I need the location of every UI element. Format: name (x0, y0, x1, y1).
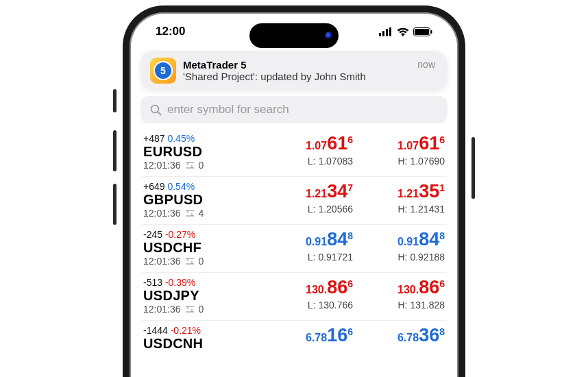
change-points: +649 (143, 181, 165, 192)
high-value: H: 0.92188 (373, 252, 445, 263)
spread-icon (185, 306, 195, 313)
volume-down-button (113, 184, 117, 225)
dynamic-island (249, 23, 339, 48)
change-percent: 0.45% (167, 133, 195, 144)
quotes-list: +487 0.45%EURUSD12:01:3601.07616L: 1.070… (132, 129, 456, 357)
spread-value: 0 (199, 304, 204, 315)
quote-time: 12:01:36 (143, 304, 181, 315)
symbol-row[interactable]: +649 0.54%GBPUSD12:01:3641.21347L: 1.205… (142, 177, 446, 225)
ask-price: 130.866 (373, 277, 445, 298)
notification-banner[interactable]: 5 MetaTrader 5 'Shared Project': updated… (140, 51, 448, 90)
symbol-name: GBPUSD (143, 192, 246, 208)
volume-switch (113, 89, 117, 112)
symbol-meta: 12:01:364 (143, 208, 246, 219)
power-button (471, 137, 475, 199)
search-icon (150, 104, 162, 116)
high-value: H: 131.828 (373, 300, 445, 311)
symbol-name: USDCNH (143, 336, 246, 352)
app-icon-badge: 5 (154, 61, 173, 80)
status-icons (379, 27, 432, 36)
change-percent: -0.21% (171, 325, 201, 336)
spread-icon (185, 210, 195, 217)
high-value: H: 1.21431 (373, 204, 445, 215)
symbol-row[interactable]: -513 -0.39%USDJPY12:01:360130.866L: 130.… (142, 273, 446, 321)
spread-value: 4 (199, 208, 204, 219)
symbol-meta: 12:01:360 (143, 256, 246, 267)
search-input[interactable]: enter symbol for search (140, 96, 448, 123)
bid-price: 1.07616 (282, 133, 353, 154)
notification-time: now (417, 59, 435, 70)
volume-up-button (113, 130, 117, 171)
symbol-row[interactable]: -245 -0.27%USDCHF12:01:3600.91848L: 0.91… (142, 225, 446, 273)
cellular-icon (379, 27, 393, 36)
change-points: +487 (143, 133, 165, 144)
bid-price: 130.866 (282, 277, 353, 298)
app-icon: 5 (150, 58, 176, 84)
change-percent: -0.27% (165, 229, 195, 240)
low-value: L: 130.766 (282, 300, 353, 311)
symbol-row[interactable]: +487 0.45%EURUSD12:01:3601.07616L: 1.070… (142, 129, 446, 177)
ask-price: 6.78368 (373, 325, 445, 346)
ask-price: 0.91848 (373, 229, 445, 250)
change-points: -1444 (143, 325, 168, 336)
symbol-name: USDCHF (143, 240, 246, 256)
svg-rect-2 (386, 29, 388, 36)
svg-rect-5 (415, 29, 429, 35)
svg-rect-0 (379, 33, 381, 36)
wifi-icon (397, 27, 409, 36)
status-bar: 12:00 (132, 15, 456, 48)
high-value: H: 1.07690 (373, 156, 445, 167)
notification-message: 'Shared Project': updated by John Smith (183, 71, 438, 82)
search-placeholder: enter symbol for search (167, 103, 289, 117)
quote-time: 12:01:36 (143, 160, 181, 171)
spread-value: 0 (199, 256, 204, 267)
low-value: L: 1.20566 (282, 204, 353, 215)
bid-price: 6.78166 (282, 325, 353, 346)
change-points: -513 (143, 277, 162, 288)
svg-rect-3 (389, 27, 391, 36)
change-points: -245 (143, 229, 162, 240)
change-percent: -0.39% (165, 277, 195, 288)
low-value: L: 1.07083 (282, 156, 353, 167)
svg-line-8 (158, 112, 160, 114)
ask-price: 1.07616 (373, 133, 445, 154)
spread-icon (185, 162, 195, 169)
symbol-name: EURUSD (143, 144, 246, 160)
bid-price: 1.21347 (282, 181, 353, 202)
status-time: 12:00 (156, 25, 185, 38)
phone-frame: 12:00 5 MetaTrader 5 'Shared Project': u… (123, 5, 465, 377)
svg-rect-1 (382, 31, 384, 36)
spread-icon (185, 258, 195, 265)
quote-time: 12:01:36 (143, 256, 181, 267)
battery-icon (413, 27, 432, 36)
bid-price: 0.91848 (282, 229, 353, 250)
svg-rect-6 (431, 30, 432, 34)
symbol-name: USDJPY (143, 288, 246, 304)
notification-title: MetaTrader 5 (183, 59, 438, 71)
symbol-meta: 12:01:360 (143, 304, 246, 315)
change-percent: 0.54% (167, 181, 195, 192)
symbol-meta: 12:01:360 (143, 160, 246, 171)
low-value: L: 0.91721 (282, 252, 353, 263)
ask-price: 1.21351 (373, 181, 445, 202)
quote-time: 12:01:36 (143, 208, 181, 219)
symbol-row[interactable]: -1444 -0.21%USDCNH6.781666.78368 (142, 321, 446, 357)
spread-value: 0 (199, 160, 204, 171)
